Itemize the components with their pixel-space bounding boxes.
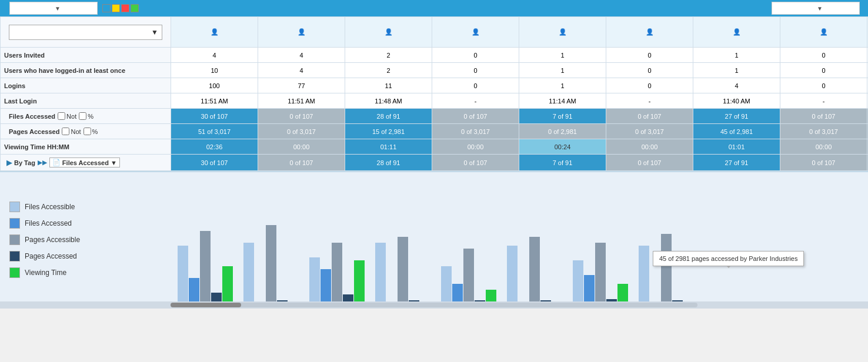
cell-6-2: 01:11 <box>345 139 432 155</box>
files-accessed-label: Files Accessed <box>9 113 55 120</box>
bar-3-3[interactable] <box>409 300 419 301</box>
col-alchemax[interactable]: 👤 <box>345 17 432 48</box>
view-icon-red[interactable] <box>121 4 129 12</box>
bar-4-3[interactable] <box>475 300 485 301</box>
bar-1-3[interactable] <box>277 300 288 301</box>
cell-0-4: 1 <box>519 48 606 63</box>
bar-2-1[interactable] <box>321 269 331 301</box>
cell-0-6: 1 <box>693 48 780 63</box>
cell-7-2: 28 of 91 <box>345 155 432 171</box>
legend-item-4: Viewing Time <box>9 267 161 278</box>
bar-5-0[interactable] <box>507 246 518 301</box>
bar-3-0[interactable] <box>375 243 386 301</box>
bar-4-1[interactable] <box>452 284 463 301</box>
bar-2-4[interactable] <box>354 260 365 301</box>
legend-item-2: Pages Accessible <box>9 234 161 245</box>
expand-arrow[interactable]: ▶ <box>6 159 12 167</box>
pages-accessed-label: Pages Accessed <box>9 128 59 135</box>
report-settings-dropdown[interactable]: ▼ <box>9 2 98 15</box>
view-icon-yellow[interactable] <box>112 4 120 12</box>
legend-label-2: Pages Accessible <box>25 236 80 244</box>
col-qa-experts[interactable]: 👤 <box>780 17 867 48</box>
cell-4-2: 28 of 91 <box>345 109 432 124</box>
bar-3-2[interactable] <box>398 237 408 301</box>
pa-percent-checkbox[interactable] <box>84 128 91 135</box>
bar-6-0[interactable] <box>573 260 583 301</box>
bar-5-2[interactable] <box>529 237 540 301</box>
bar-0-2[interactable] <box>200 231 211 301</box>
bar-6-1[interactable] <box>584 275 595 301</box>
pa-not-checkbox-label[interactable]: Not <box>62 128 81 135</box>
bar-4-0[interactable] <box>441 266 452 301</box>
pa-not-checkbox[interactable] <box>62 128 69 135</box>
legend-color-1 <box>9 218 20 229</box>
bar-2-2[interactable] <box>332 243 342 301</box>
not-checkbox[interactable] <box>58 112 65 120</box>
bar-4-4[interactable] <box>486 290 496 301</box>
view-icon-1[interactable] <box>102 4 111 12</box>
cell-5-3: 0 of 3,017 <box>432 124 519 139</box>
pa-percent-checkbox-label[interactable]: % <box>84 128 98 135</box>
groups-dropdown[interactable]: ▼ <box>9 25 162 40</box>
legend-label-4: Viewing Time <box>25 269 66 277</box>
cell-1-3: 0 <box>432 63 519 78</box>
tag-value: Files Accessed <box>62 159 109 166</box>
col-parker-industries[interactable]: 👤 <box>693 17 780 48</box>
bar-7-0[interactable] <box>639 246 649 301</box>
col-horizon-labs-hr[interactable]: 👤 <box>606 17 693 48</box>
table-row: Viewing Time HH:MM02:3600:0001:1100:0000… <box>1 139 869 155</box>
cell-4-3: 0 of 107 <box>432 109 519 124</box>
bar-2-0[interactable] <box>309 257 320 301</box>
col-horizon-labs[interactable]: 👤 <box>519 17 606 48</box>
files-accessed-header: Files Accessed Not % <box>4 112 167 120</box>
bar-6-4[interactable] <box>617 284 628 301</box>
date-time-dropdown[interactable]: ▼ <box>772 2 860 15</box>
bytag-arrows[interactable]: ▶▶ <box>38 159 47 166</box>
cell-5-6: 45 of 2,981 <box>693 124 780 139</box>
scrollbar-thumb[interactable] <box>171 303 241 307</box>
row-label-4: Files Accessed Not % <box>1 109 171 124</box>
bar-0-3[interactable] <box>211 293 222 301</box>
cell-5-5: 0 of 3,017 <box>606 124 693 139</box>
col-all-users[interactable]: 👤 <box>171 17 258 48</box>
scrollbar-row <box>0 301 868 309</box>
percent-checkbox-label[interactable]: % <box>79 112 94 120</box>
bar-4-2[interactable] <box>463 249 474 301</box>
bar-7-3[interactable] <box>672 300 683 301</box>
cell-1-5: 0 <box>606 63 693 78</box>
legend-label-3: Pages Accessed <box>25 252 77 260</box>
cell-4-4: 7 of 91 <box>519 109 606 124</box>
chart-group-6 <box>568 243 633 301</box>
cell-4-6: 27 of 91 <box>693 109 780 124</box>
scrollbar-track[interactable] <box>171 303 697 307</box>
cell-3-7: - <box>780 93 867 109</box>
cell-2-6: 4 <box>693 78 780 93</box>
bar-1-0[interactable] <box>243 243 254 301</box>
tag-dropdown[interactable]: 📄 Files Accessed ▼ <box>49 157 120 167</box>
col-administrators[interactable]: 👤 <box>258 17 345 48</box>
bar-6-3[interactable] <box>606 299 617 301</box>
bar-6-2[interactable] <box>595 243 606 301</box>
legend-label-1: Files Accessed <box>25 219 72 227</box>
chart-group-3 <box>370 237 435 301</box>
cell-5-4: 0 of 2,981 <box>519 124 606 139</box>
bar-7-2[interactable] <box>661 234 672 301</box>
cell-6-4: 00:24 <box>519 139 606 155</box>
chart-tooltip: 45 of 2981 pages accessed by Parker Indu… <box>653 251 804 266</box>
col-goodman[interactable]: 👤 <box>432 17 519 48</box>
groups-header-cell[interactable]: ▼ <box>1 17 171 48</box>
bar-5-3[interactable] <box>540 300 551 301</box>
percent-checkbox[interactable] <box>79 112 86 120</box>
bar-2-3[interactable] <box>343 294 353 301</box>
view-icon-green[interactable] <box>131 4 139 12</box>
bar-0-4[interactable] <box>222 266 233 301</box>
row-label-2: Logins <box>1 78 171 93</box>
bar-0-0[interactable] <box>178 246 188 301</box>
tag-dropdown-arrow: ▼ <box>111 159 117 166</box>
bar-1-2[interactable] <box>266 225 276 301</box>
not-checkbox-label[interactable]: Not <box>58 112 76 120</box>
table-row: Last Login11:51 AM11:51 AM11:48 AM-11:14… <box>1 93 869 109</box>
table-row: Logins100771101040 <box>1 78 869 93</box>
bar-0-1[interactable] <box>189 278 199 301</box>
chart-group-1 <box>239 225 303 301</box>
